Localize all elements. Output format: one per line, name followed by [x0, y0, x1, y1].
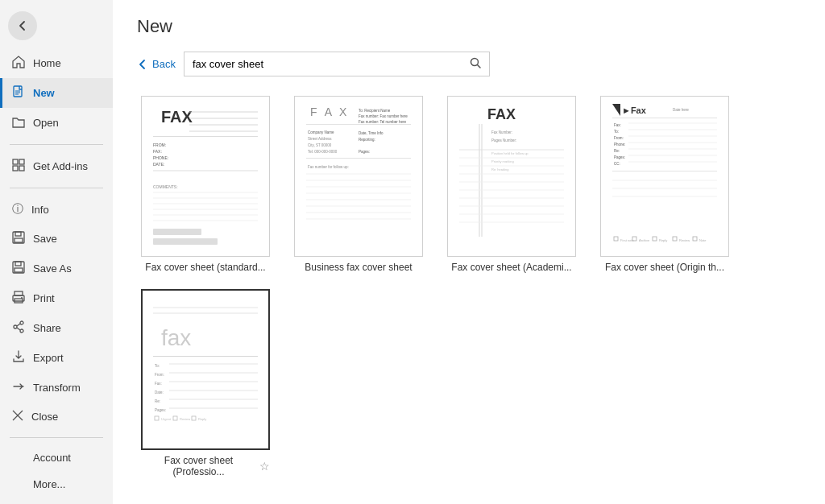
sidebar-item-close[interactable]: Close: [0, 403, 113, 431]
search-box: [184, 52, 490, 76]
sidebar: Home New Open: [0, 0, 113, 504]
template-thumb-standard: FAX FROM: FAX: PHONE: DATE: COMMENTS:: [141, 96, 270, 257]
svg-text:Review: Review: [180, 417, 190, 421]
svg-rect-7: [15, 238, 23, 242]
transform-icon: [12, 380, 25, 395]
svg-rect-6: [15, 232, 21, 236]
sidebar-item-more[interactable]: More...: [0, 471, 113, 498]
svg-text:fax: fax: [161, 325, 191, 350]
sidebar-item-info[interactable]: ⓘ Info: [0, 195, 113, 224]
favorite-star-icon[interactable]: ☆: [259, 460, 270, 473]
svg-text:Date here: Date here: [673, 108, 689, 112]
sidebar-item-new[interactable]: New: [0, 78, 113, 108]
search-row: Back: [137, 52, 801, 76]
sidebar-item-account[interactable]: Account: [0, 444, 113, 471]
template-thumb-professional: fax To: From: Fax: Date: Re: Pages:: [141, 289, 270, 450]
svg-text:Re: heading: Re: heading: [491, 167, 509, 171]
svg-text:FAX:: FAX:: [153, 149, 162, 154]
sidebar-more-label: More...: [12, 478, 65, 490]
svg-text:F A X: F A X: [310, 105, 349, 118]
svg-rect-134: [192, 416, 196, 420]
svg-text:Archive: Archive: [639, 238, 650, 242]
svg-text:Fax number for follow up:: Fax number for follow up:: [308, 165, 349, 169]
svg-text:Company Name: Company Name: [308, 130, 334, 134]
addins-icon: [12, 159, 25, 174]
svg-text:FROM:: FROM:: [153, 143, 166, 147]
svg-text:City, ST 00000: City, ST 00000: [308, 143, 332, 147]
svg-point-14: [21, 297, 23, 299]
svg-text:PHONE:: PHONE:: [153, 155, 168, 160]
sidebar-item-transform[interactable]: Transform: [0, 373, 113, 403]
svg-text:Reply: Reply: [659, 238, 667, 242]
main-content: New Back FAX: [113, 0, 825, 504]
sidebar-save-as-label: Save As: [33, 262, 72, 275]
sidebar-item-share[interactable]: Share: [0, 313, 113, 343]
svg-text:COMMENTS:: COMMENTS:: [153, 184, 178, 189]
sidebar-item-open[interactable]: Open: [0, 108, 113, 138]
svg-text:Tel: 000-000-0000: Tel: 000-000-0000: [308, 150, 338, 154]
template-thumb-business: F A X To: Recipient Name Fax number: Fax…: [294, 96, 423, 257]
svg-rect-3: [13, 166, 18, 171]
svg-text:Note: Note: [699, 238, 707, 242]
template-thumb-origin: ►Fax Date here Fax: To: From: Phone: Re:…: [600, 96, 729, 257]
svg-text:Phone:: Phone:: [614, 143, 625, 147]
template-card-academic[interactable]: FAX Fax Number: Pages Number:: [443, 96, 580, 273]
sidebar-home-label: Home: [33, 57, 61, 69]
svg-rect-119: [153, 356, 258, 357]
templates-grid: FAX FROM: FAX: PHONE: DATE: COMMENTS:: [137, 96, 801, 477]
new-doc-icon: [12, 85, 25, 101]
close-icon: [12, 410, 23, 423]
home-icon: [12, 56, 25, 71]
template-card-standard[interactable]: FAX FROM: FAX: PHONE: DATE: COMMENTS:: [137, 96, 274, 273]
svg-text:To:: To:: [614, 130, 619, 134]
sidebar-item-print[interactable]: Print: [0, 283, 113, 313]
search-input[interactable]: [184, 53, 462, 75]
svg-text:Fax number: Fax number here: Fax number: Fax number here: [359, 114, 408, 118]
svg-rect-87: [612, 118, 717, 118]
share-icon: [12, 320, 25, 336]
search-button[interactable]: [462, 52, 489, 76]
save-as-icon: [12, 261, 25, 276]
svg-marker-84: [612, 104, 620, 116]
svg-text:FAX: FAX: [487, 106, 516, 122]
svg-rect-132: [155, 416, 159, 420]
sidebar-item-export[interactable]: Export: [0, 343, 113, 373]
svg-rect-2: [19, 159, 24, 164]
sidebar-item-save[interactable]: Save: [0, 224, 113, 254]
sidebar-item-save-as[interactable]: Save As: [0, 254, 113, 283]
svg-text:CC:: CC:: [614, 162, 620, 166]
svg-text:FAX: FAX: [161, 108, 193, 126]
template-card-professional[interactable]: fax To: From: Fax: Date: Re: Pages:: [137, 289, 274, 477]
svg-rect-11: [15, 291, 23, 295]
svg-line-18: [17, 324, 20, 326]
template-card-business[interactable]: F A X To: Recipient Name Fax number: Fax…: [290, 96, 427, 273]
sidebar-item-home[interactable]: Home: [0, 48, 113, 78]
svg-text:Fax:: Fax:: [614, 123, 621, 127]
svg-text:Date, Time Info: Date, Time Info: [359, 131, 383, 135]
svg-text:To: Recipient Name: To: Recipient Name: [359, 109, 391, 113]
svg-text:Street Address: Street Address: [308, 137, 332, 141]
svg-text:From:: From:: [614, 136, 624, 140]
template-card-origin[interactable]: ►Fax Date here Fax: To: From: Phone: Re:…: [596, 96, 733, 273]
template-thumb-academic: FAX Fax Number: Pages Number:: [447, 96, 576, 257]
svg-text:Review: Review: [679, 238, 690, 242]
back-link[interactable]: Back: [137, 58, 176, 70]
sidebar-share-label: Share: [33, 322, 61, 334]
sidebar-print-label: Print: [33, 292, 55, 304]
export-icon: [12, 350, 25, 366]
sidebar-export-label: Export: [33, 352, 64, 364]
svg-line-23: [477, 65, 480, 68]
sidebar-new-label: New: [33, 87, 55, 99]
svg-text:Fax number: Tel number here: Fax number: Tel number here: [359, 120, 406, 124]
svg-rect-108: [653, 237, 657, 241]
svg-rect-9: [15, 262, 21, 266]
svg-text:Pages:: Pages:: [614, 155, 625, 159]
svg-rect-109: [673, 237, 677, 241]
back-button[interactable]: [8, 11, 37, 40]
sidebar-transform-label: Transform: [33, 382, 81, 394]
template-label-standard: Fax cover sheet (standard...: [145, 262, 265, 273]
sidebar-close-label: Close: [31, 411, 58, 423]
sidebar-save-label: Save: [33, 233, 57, 245]
sidebar-item-addins[interactable]: Get Add-ins: [0, 151, 113, 181]
sidebar-addins-label: Get Add-ins: [33, 160, 88, 172]
